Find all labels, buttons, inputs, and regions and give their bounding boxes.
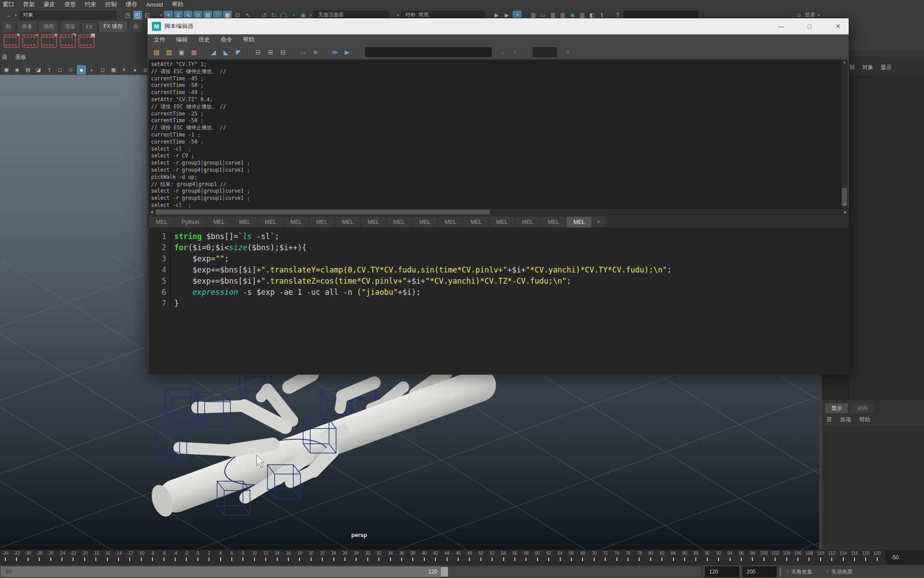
chevron-down-icon[interactable]: ▾ [159, 13, 163, 17]
lighting-icon[interactable]: ☀ [119, 65, 129, 74]
command-completion-icon[interactable]: ≡ [562, 47, 573, 58]
script-editor-titlebar[interactable]: M 脚本编辑器 [148, 18, 849, 34]
main-menu-item[interactable]: Arnold [146, 1, 163, 8]
show-both-panes-icon[interactable]: ⊟ [278, 47, 288, 58]
use-default-material-icon[interactable]: ◻ [98, 65, 107, 74]
script-tab[interactable]: MEL [335, 217, 360, 227]
channel-box-empty-area[interactable] [849, 75, 924, 400]
script-editor-menu-item[interactable]: 编辑 [176, 36, 188, 44]
script-tab[interactable]: MEL [284, 217, 309, 227]
main-menu-item[interactable]: 骨架 [23, 0, 35, 8]
main-menu-item[interactable]: 约束 [85, 0, 96, 8]
minimize-button[interactable]: — [776, 23, 785, 30]
scroll-left-icon[interactable]: ◀ [148, 209, 155, 215]
quick-help-input[interactable] [365, 47, 492, 57]
animation-end-field[interactable]: 200 [743, 566, 776, 577]
layer-menu-item[interactable]: 选项 [840, 416, 851, 424]
input-pane[interactable]: 1string $bns[]=`ls -sl`;2for($i=0;$i<siz… [148, 227, 849, 375]
select-hierarchy-icon[interactable]: ◳ [123, 11, 132, 20]
shelf-tab[interactable]: 装备 [17, 21, 37, 32]
playback-end-field[interactable]: 120 [705, 566, 739, 577]
playback-range[interactable]: -50 120 [0, 566, 441, 577]
layer-editor-tab[interactable]: 显示 [825, 403, 849, 414]
ncache-create-icon[interactable]: ✕ [4, 34, 20, 48]
shelf-tab[interactable]: 刻 [1, 21, 16, 32]
hud-icon[interactable]: T [45, 65, 54, 74]
xray-icon[interactable]: ◻ [55, 65, 65, 74]
save-to-shelf-icon[interactable]: ▩ [189, 47, 199, 58]
channel-menu-item[interactable]: 对象 [862, 64, 874, 71]
layer-list-panel[interactable] [824, 427, 924, 548]
channel-menu-item[interactable]: 辑 [850, 64, 855, 71]
show-input-pane-icon[interactable]: ⊞ [265, 47, 276, 58]
open-script-icon[interactable]: ▨ [151, 47, 162, 58]
script-tab[interactable]: MEL [207, 217, 232, 227]
execute-icon[interactable]: ▶ [342, 47, 353, 58]
shelf-tab[interactable]: FX 缓存 [99, 21, 127, 32]
close-button[interactable]: ✕ [834, 23, 842, 30]
script-tab[interactable]: MEL [464, 217, 489, 227]
time-slider[interactable]: -36-34-32-30-28-26-24-22-20-18-16-14-12-… [0, 549, 924, 565]
main-menu-item[interactable]: 变形 [64, 0, 76, 8]
gate-mask-icon[interactable]: ◪ [34, 65, 43, 74]
layer-menu-item[interactable]: 帮助 [859, 416, 871, 424]
history-pane[interactable]: setAttr "CV.TY" 1;// 请按 ESC 键停止播放。 //cur… [148, 59, 845, 210]
main-menu-item[interactable]: 蒙皮 [44, 0, 55, 8]
chevron-down-icon[interactable]: ▾ [14, 13, 18, 17]
ncache-disable-icon[interactable]: ⊘ [41, 34, 57, 48]
wireframe-icon[interactable]: ◇ [66, 65, 75, 74]
script-tab[interactable]: MEL [232, 217, 257, 227]
save-script-icon[interactable]: ▣ [176, 47, 187, 58]
main-menu-item[interactable]: 缓存 [126, 0, 137, 8]
script-tab[interactable]: MEL [515, 217, 540, 227]
shelf-tab[interactable]: 自 [128, 21, 144, 32]
search-down-icon[interactable]: ↓ [497, 47, 508, 58]
horizontal-scrollbar[interactable]: ◀ ▶ [148, 208, 849, 215]
add-tab-button[interactable]: + [592, 217, 604, 227]
script-tab[interactable]: MEL [489, 217, 514, 227]
layer-editor-tab[interactable]: 动画 [850, 403, 875, 414]
line-numbers-icon[interactable]: ≡ [310, 47, 320, 58]
script-editor-menu-item[interactable]: 命令 [221, 36, 232, 44]
shelf-tab[interactable]: 渲染 [60, 21, 80, 32]
channel-menu-item[interactable]: 显示 [881, 64, 892, 71]
search-up-icon[interactable]: ↑ [509, 47, 520, 58]
execute-all-icon[interactable]: ≫ [329, 47, 340, 58]
script-editor-menu-item[interactable]: 历史 [198, 36, 210, 44]
main-menu-item[interactable]: 窗口 [3, 0, 14, 8]
script-editor-menu-item[interactable]: 文件 [154, 36, 165, 44]
film-gate-icon[interactable]: ◉ [12, 65, 22, 74]
command-display-box[interactable] [533, 47, 557, 57]
echo-commands-icon[interactable]: ▭ [297, 47, 308, 58]
clear-history-icon[interactable]: ◢ [208, 47, 219, 58]
main-menu-item[interactable]: 帮助 [172, 0, 184, 8]
show-history-pane-icon[interactable]: ⊟ [253, 47, 263, 58]
layer-menu-item[interactable]: 层 [826, 416, 832, 424]
clear-all-icon[interactable]: ◤ [233, 47, 244, 58]
shaded-icon[interactable]: ■ [77, 65, 86, 74]
selection-mask-dropdown[interactable]: 对象 [19, 11, 116, 20]
checker-icon[interactable]: ▦ [109, 65, 118, 74]
scroll-up-icon[interactable]: ▲ [841, 59, 848, 66]
script-tab[interactable]: MEL [258, 217, 283, 227]
field-chart-icon[interactable]: ▤ [23, 65, 33, 74]
script-tab[interactable]: MEL [567, 217, 591, 227]
shelf-tab[interactable]: FX [81, 22, 98, 32]
clear-input-icon[interactable]: ◣ [221, 47, 231, 58]
script-tab[interactable]: Python [175, 217, 206, 227]
character-set-selector[interactable]: 无角色集 [791, 568, 813, 576]
menu-collapse-icon[interactable]: → [4, 11, 12, 20]
script-tab[interactable]: MEL [149, 217, 174, 227]
script-tab[interactable]: MEL [309, 217, 334, 227]
current-time-field[interactable]: -50 [886, 551, 924, 564]
scroll-right-icon[interactable]: ▶ [842, 209, 849, 215]
scrollbar-thumb[interactable] [156, 210, 490, 215]
ncache-merge-icon[interactable]: ▦ [78, 34, 94, 48]
chevron-down-icon[interactable]: ▽ [826, 570, 830, 574]
main-menu-item[interactable]: 控制 [105, 0, 117, 8]
textured-icon[interactable]: ◐ [87, 65, 97, 74]
maximize-button[interactable]: □ [805, 23, 814, 30]
chevron-down-icon[interactable]: ▾ [309, 13, 313, 17]
frame-ruler[interactable]: -36-34-32-30-28-26-24-22-20-18-16-14-12-… [0, 550, 883, 565]
splitter-handle[interactable] [779, 567, 781, 576]
